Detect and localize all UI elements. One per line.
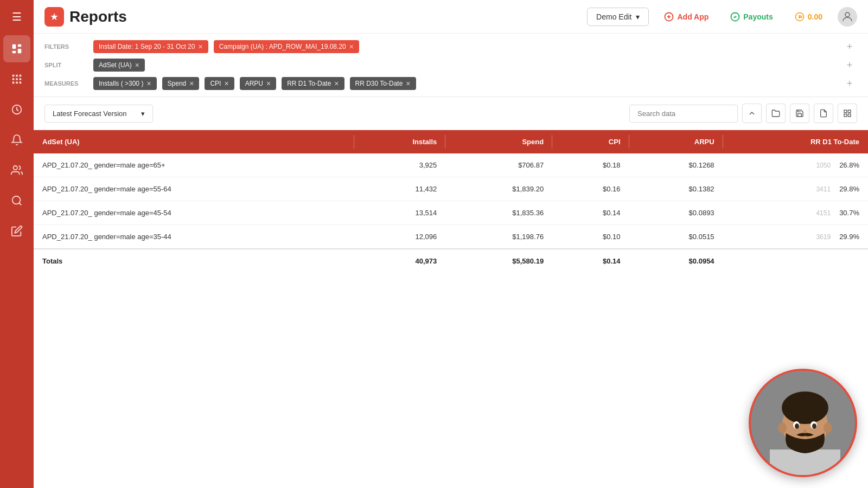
filter-bar: FILTERS Install Date: 1 Sep 20 - 31 Oct … — [34, 34, 868, 97]
cell-arpu-0: $0.1268 — [629, 153, 723, 177]
rr-pct: 29.8% — [839, 185, 859, 193]
sidebar-item-search[interactable] — [3, 187, 30, 214]
user-photo-image — [751, 371, 855, 475]
adset-split-chip[interactable]: AdSet (UA) × — [93, 59, 145, 72]
rr-pct: 30.7% — [839, 209, 859, 217]
add-filter-button[interactable]: + — [842, 39, 857, 54]
svg-point-14 — [14, 166, 17, 170]
add-app-label: Add App — [677, 12, 709, 21]
rr-d1-chip-remove[interactable]: × — [334, 80, 339, 87]
user-photo-overlay — [749, 369, 857, 477]
cpi-chip[interactable]: CPI × — [205, 77, 234, 90]
installs-chip[interactable]: Installs ( >300 ) × — [93, 77, 157, 90]
rr-count: 4151 — [816, 209, 831, 217]
hamburger-button[interactable]: ☰ — [0, 0, 34, 34]
users-icon — [11, 164, 23, 176]
svg-rect-4 — [12, 75, 15, 77]
sidebar-item-users[interactable] — [3, 157, 30, 184]
menu-icon: ☰ — [12, 10, 22, 23]
svg-rect-9 — [20, 78, 22, 80]
spend-chip[interactable]: Spend × — [162, 77, 200, 90]
adset-split-remove[interactable]: × — [135, 61, 139, 69]
arpu-chip-remove[interactable]: × — [266, 80, 271, 87]
export-button[interactable] — [814, 104, 833, 123]
cell-rr-d1-0: 1050 26.8% — [723, 153, 868, 177]
save-button[interactable] — [790, 104, 809, 123]
th-cpi[interactable]: CPI — [552, 130, 629, 153]
app-selector-label: Demo Edit — [596, 12, 631, 21]
cpi-chip-text: CPI — [210, 80, 221, 87]
folder-icon — [771, 109, 780, 118]
svg-rect-12 — [20, 82, 22, 84]
date-filter-text: Install Date: 1 Sep 20 - 31 Oct 20 — [99, 43, 195, 50]
date-filter-chip[interactable]: Install Date: 1 Sep 20 - 31 Oct 20 × — [93, 40, 208, 53]
data-table: AdSet (UA) Installs Spend CPI — [34, 130, 868, 273]
totals-rr-d1 — [723, 249, 868, 273]
cell-installs-1: 11,432 — [354, 177, 445, 201]
svg-rect-1 — [18, 44, 21, 47]
spend-chip-remove[interactable]: × — [189, 80, 194, 87]
cell-installs-3: 12,096 — [354, 225, 445, 249]
payouts-button[interactable]: Payouts — [724, 8, 779, 26]
svg-rect-30 — [770, 450, 840, 477]
rr-d1-chip[interactable]: RR D1 To-Date × — [282, 77, 344, 90]
cell-arpu-2: $0.0893 — [629, 201, 723, 225]
add-measure-button[interactable]: + — [842, 76, 857, 91]
sidebar-item-reports[interactable] — [3, 35, 30, 62]
cpi-chip-remove[interactable]: × — [224, 80, 228, 87]
add-app-button[interactable]: Add App — [658, 8, 715, 26]
arpu-chip[interactable]: ARPU × — [240, 77, 277, 90]
edit-icon — [11, 225, 23, 237]
app-selector[interactable]: Demo Edit ▾ — [587, 8, 649, 26]
sidebar-item-analytics[interactable] — [3, 96, 30, 123]
clock-icon — [11, 104, 23, 115]
svg-point-39 — [812, 423, 816, 429]
user-avatar[interactable] — [838, 7, 857, 27]
sidebar-item-notifications[interactable] — [3, 126, 30, 153]
date-filter-remove[interactable]: × — [198, 43, 202, 50]
th-installs[interactable]: Installs — [354, 130, 445, 153]
totals-label: Totals — [34, 249, 354, 273]
campaign-filter-chip[interactable]: Campaign (UA) : APD_ROW_MAI_19.08.20 × — [214, 40, 359, 53]
rr-pct: 26.8% — [839, 161, 859, 169]
add-split-button[interactable]: + — [842, 57, 857, 73]
forecast-dropdown[interactable]: Latest Forecast Version ▾ — [44, 105, 153, 123]
svg-rect-3 — [12, 51, 16, 54]
totals-spend: $5,580.19 — [445, 249, 552, 273]
th-arpu[interactable]: ARPU — [629, 130, 723, 153]
campaign-filter-remove[interactable]: × — [349, 43, 354, 50]
search-input[interactable] — [629, 105, 738, 123]
page-title: Reports — [69, 8, 127, 25]
svg-rect-8 — [16, 78, 18, 80]
sidebar-item-edit[interactable] — [3, 217, 30, 245]
grid-icon — [11, 73, 23, 85]
check-icon — [730, 12, 740, 22]
balance-button[interactable]: 0.00 — [788, 8, 829, 26]
th-rr-d1[interactable]: RR D1 To-Date — [723, 130, 868, 153]
collapse-icon — [748, 109, 756, 118]
svg-point-38 — [795, 423, 799, 429]
cell-adset-2: APD_21.07.20_ gender=male age=45-54 — [34, 201, 354, 225]
rr-count: 3411 — [816, 185, 831, 193]
header: ★ Reports Demo Edit ▾ Add App Payouts — [34, 0, 868, 34]
table-row: APD_21.07.20_ gender=male age=55-64 11,4… — [34, 177, 868, 201]
forecast-chevron-icon: ▾ — [141, 110, 145, 118]
rr-d30-chip-remove[interactable]: × — [406, 80, 410, 87]
rr-d30-chip[interactable]: RR D30 To-Date × — [350, 77, 416, 90]
svg-rect-25 — [848, 110, 851, 113]
installs-chip-remove[interactable]: × — [146, 80, 151, 87]
forecast-label: Latest Forecast Version — [53, 110, 127, 118]
cell-installs-0: 3,925 — [354, 153, 445, 177]
dollar-icon — [795, 12, 805, 22]
folder-button[interactable] — [766, 104, 786, 123]
grid-view-button[interactable] — [838, 104, 857, 123]
th-adset[interactable]: AdSet (UA) — [34, 130, 354, 153]
svg-rect-2 — [18, 49, 21, 53]
sidebar: ☰ — [0, 0, 34, 488]
arpu-chip-text: ARPU — [245, 80, 263, 87]
sidebar-item-grid[interactable] — [3, 66, 30, 93]
split-label: SPLIT — [44, 62, 88, 68]
svg-point-23 — [845, 12, 850, 17]
th-spend[interactable]: Spend — [445, 130, 552, 153]
collapse-button[interactable] — [742, 104, 762, 123]
